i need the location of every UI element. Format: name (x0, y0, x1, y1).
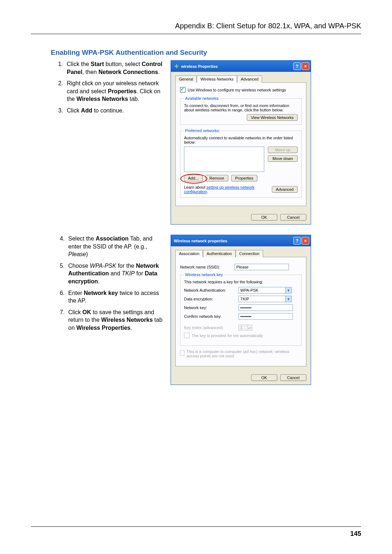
wireless-properties-dialog: wireless Properties ? × General Wireless… (171, 60, 311, 225)
key-index-label: Key index (advanced): (184, 325, 238, 330)
ok-button[interactable]: OK (251, 374, 277, 381)
auto-key-label: The key is provided for me automatically (192, 333, 263, 338)
key-text: This network requires a key for the foll… (184, 280, 298, 284)
ok-button[interactable]: OK (251, 214, 277, 221)
advanced-button[interactable]: Advanced (272, 186, 298, 193)
key-index-spinner: 1 ▴▾ (238, 325, 252, 331)
dialog1-title-text: wireless Properties (181, 64, 293, 69)
tab-advanced[interactable]: Advanced (237, 75, 262, 83)
network-auth-label: Network Authentication: (184, 288, 238, 292)
help-icon[interactable]: ? (293, 237, 301, 245)
data-encryption-label: Data encryption: (184, 297, 238, 301)
tab-authentication[interactable]: Authentication (203, 250, 236, 257)
key-legend: Wireless network key (184, 272, 224, 277)
view-wireless-networks-button[interactable]: View Wireless Networks (247, 114, 298, 121)
wireless-key-group: Wireless network key This network requir… (180, 272, 302, 346)
adhoc-checkbox (180, 350, 184, 356)
move-down-button[interactable]: Move down (268, 155, 298, 162)
available-networks-group: Available networks: To connect to, disco… (180, 96, 302, 125)
learn-text: Learn about setting up wireless network … (184, 185, 272, 194)
footer-rule (31, 526, 361, 527)
confirm-key-input[interactable] (238, 313, 293, 320)
preferred-legend: Preferred networks: (184, 128, 221, 133)
ssid-input[interactable] (234, 264, 289, 270)
auto-key-checkbox (184, 333, 189, 338)
tab-connection[interactable]: Connection (236, 250, 263, 257)
preferred-networks-group: Preferred networks: Automatically connec… (180, 128, 302, 198)
network-auth-combo[interactable]: WPA-PSK ▾ (238, 287, 292, 294)
section-title: Enabling WPA-PSK Authentication and Secu… (31, 49, 361, 57)
available-text: To connect to, disconnect from, or find … (184, 103, 298, 112)
add-button[interactable]: Add... (184, 175, 203, 181)
step-1: Click the Start button, select Control P… (65, 60, 163, 76)
network-key-input[interactable] (238, 304, 293, 311)
remove-button[interactable]: Remove (205, 175, 228, 181)
step-3: Click Add to continue. (65, 107, 163, 115)
available-legend: Available networks: (184, 96, 221, 100)
adhoc-label: This is a computer-to-computer (ad hoc) … (187, 349, 302, 358)
move-up-button[interactable]: Move up (268, 147, 298, 153)
ssid-label: Network name (SSID): (180, 265, 234, 269)
tab-association[interactable]: Association (175, 250, 203, 257)
use-windows-checkbox[interactable] (180, 87, 185, 93)
help-icon[interactable]: ? (293, 62, 301, 70)
close-icon[interactable]: × (302, 62, 309, 70)
preferred-listbox[interactable] (184, 147, 264, 172)
chevron-down-icon: ▾ (285, 296, 291, 302)
step-2: Right click on your wireless network car… (65, 79, 163, 103)
use-windows-label: Use Windows to configure my wireless net… (188, 88, 286, 92)
chevron-down-icon: ▾ (285, 287, 291, 293)
tab-general[interactable]: General (175, 75, 197, 83)
dialog2-title-text: Wireless network properties (174, 239, 293, 243)
confirm-key-label: Confirm network key: (184, 314, 238, 319)
preferred-text: Automatically connect to available netwo… (184, 136, 298, 144)
instructions-block-1: Click the Start button, select Control P… (51, 60, 171, 118)
properties-button[interactable]: Properties (231, 175, 257, 181)
cancel-button[interactable]: Cancel (280, 374, 306, 381)
page-header: Appendix B: Client Setup for 802.1x, WPA… (31, 22, 361, 34)
instructions-block-2: 4. Select the Association Tab, and enter… (51, 235, 171, 336)
wireless-icon (174, 64, 180, 69)
wireless-network-properties-dialog: Wireless network properties ? × Associat… (171, 235, 311, 385)
dialog2-titlebar: Wireless network properties ? × (171, 235, 311, 246)
dialog1-titlebar: wireless Properties ? × (171, 61, 311, 72)
data-encryption-combo[interactable]: TKIP ▾ (238, 296, 292, 302)
cancel-button[interactable]: Cancel (280, 214, 306, 221)
close-icon[interactable]: × (302, 237, 309, 245)
tab-wireless-networks[interactable]: Wireless Networks (197, 75, 237, 83)
spinner-arrows-icon: ▴▾ (247, 325, 252, 330)
page-number: 145 (350, 530, 361, 538)
network-key-label: Network key: (184, 305, 238, 310)
